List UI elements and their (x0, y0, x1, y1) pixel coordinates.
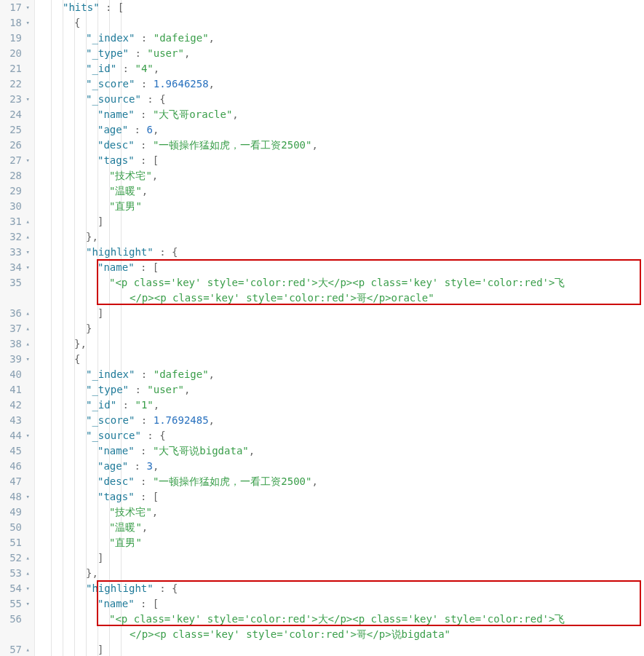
code-line[interactable]: }, (35, 566, 644, 581)
fold-toggle-icon[interactable]: ▾ (24, 153, 30, 168)
token-p: , (209, 414, 215, 426)
line-number: 23 (9, 92, 22, 107)
token-k: "_type" (86, 47, 129, 59)
code-line[interactable]: "技术宅", (35, 168, 644, 183)
code-line[interactable]: "highlight" : { (35, 581, 644, 596)
code-line[interactable]: "highlight" : { (35, 245, 644, 260)
code-line[interactable]: ] (35, 214, 644, 229)
code-line[interactable]: "_source" : { (35, 92, 644, 107)
line-number: 29 (9, 183, 22, 199)
line-number: 47 (9, 474, 22, 489)
token-p: : { (154, 246, 178, 258)
code-line[interactable]: "<p class='key' style='color:red'>大</p><… (35, 612, 644, 627)
token-p: , (142, 185, 148, 197)
fold-toggle-icon[interactable]: ▾ (24, 0, 30, 15)
code-line[interactable]: "desc" : "一顿操作猛如虎，一看工资2500", (35, 138, 644, 153)
code-line[interactable]: }, (35, 229, 644, 245)
fold-toggle-icon[interactable]: ▴ (24, 566, 30, 581)
fold-toggle-icon[interactable]: ▾ (24, 15, 30, 31)
fold-toggle-icon[interactable]: ▾ (24, 92, 30, 107)
code-line[interactable]: "_score" : 1.7692485, (35, 413, 644, 428)
token-s: "4" (135, 63, 153, 74)
code-line[interactable]: "name" : [ (35, 260, 644, 275)
token-p: ] (98, 307, 103, 319)
token-p: }, (74, 338, 87, 349)
code-line[interactable]: "age" : 6, (35, 122, 644, 138)
fold-toggle-icon[interactable]: ▴ (24, 642, 30, 656)
code-line[interactable]: }, (35, 336, 644, 352)
code-line[interactable]: "<p class='key' style='color:red'>大</p><… (35, 275, 644, 291)
token-p: : [ (135, 598, 159, 609)
token-p: { (74, 17, 80, 28)
code-line[interactable]: </p><p class='key' style='color:red'>哥</… (35, 291, 644, 306)
token-p: : { (154, 582, 178, 594)
code-line[interactable]: "name" : "大飞哥oracle", (35, 107, 644, 122)
token-p: : (129, 47, 147, 59)
token-k: "name" (98, 108, 135, 120)
fold-toggle-icon[interactable]: ▴ (24, 321, 30, 336)
fold-toggle-icon[interactable]: ▴ (24, 229, 30, 245)
code-line[interactable]: "age" : 3, (35, 459, 644, 474)
token-s: "<p class='key' style='color:red'>大</p><… (109, 613, 565, 625)
gutter-line (0, 291, 33, 306)
code-line[interactable]: "温暖", (35, 183, 644, 199)
token-k: "name" (98, 445, 135, 457)
code-editor: 17▾18▾1920212223▾24252627▾28293031▴32▴33… (0, 0, 644, 656)
token-k: "_score" (86, 78, 135, 90)
code-line[interactable]: "_source" : { (35, 428, 644, 443)
code-line[interactable]: "_index" : "dafeige", (35, 31, 644, 46)
code-line[interactable]: ] (35, 642, 644, 656)
code-line[interactable]: "desc" : "一顿操作猛如虎，一看工资2500", (35, 474, 644, 489)
code-line[interactable]: "tags" : [ (35, 489, 644, 505)
code-line[interactable]: { (35, 15, 644, 31)
gutter-line (0, 627, 33, 642)
fold-toggle-icon[interactable]: ▴ (24, 550, 30, 566)
fold-toggle-icon[interactable]: ▾ (24, 581, 30, 596)
code-line[interactable]: "直男" (35, 199, 644, 214)
token-p: , (209, 368, 215, 380)
code-line[interactable]: "name" : [ (35, 596, 644, 612)
fold-toggle-icon[interactable]: ▴ (24, 214, 30, 229)
code-area[interactable]: "hits" : [{"_index" : "dafeige","_type" … (35, 0, 644, 656)
line-number: 27 (9, 153, 22, 168)
code-line[interactable]: ] (35, 550, 644, 566)
gutter-line: 55▾ (0, 596, 33, 612)
code-line[interactable]: "_id" : "1", (35, 398, 644, 413)
code-line[interactable]: "hits" : [ (35, 0, 644, 15)
code-line[interactable]: "_id" : "4", (35, 61, 644, 76)
code-line[interactable]: "直男" (35, 535, 644, 550)
fold-toggle-icon[interactable]: ▾ (24, 352, 30, 367)
gutter-line: 28 (0, 168, 33, 183)
fold-toggle-icon[interactable]: ▾ (24, 260, 30, 275)
fold-toggle-icon[interactable]: ▾ (24, 428, 30, 443)
gutter-line: 25 (0, 122, 33, 138)
code-line[interactable]: ] (35, 306, 644, 321)
code-line[interactable]: } (35, 321, 644, 336)
code-line[interactable]: "_type" : "user", (35, 382, 644, 398)
token-p: , (249, 445, 255, 457)
code-line[interactable]: </p><p class='key' style='color:red'>哥</… (35, 627, 644, 642)
line-number: 57 (9, 642, 22, 656)
token-p: , (311, 475, 317, 487)
fold-toggle-icon[interactable]: ▴ (24, 306, 30, 321)
token-p: : (129, 384, 147, 395)
code-line[interactable]: "_type" : "user", (35, 46, 644, 61)
fold-toggle-icon[interactable]: ▴ (24, 336, 30, 352)
code-line[interactable]: "tags" : [ (35, 153, 644, 168)
token-k: "_id" (86, 399, 116, 411)
line-number: 30 (9, 199, 22, 214)
code-line[interactable]: "温暖", (35, 520, 644, 535)
token-p: : [ (100, 1, 124, 13)
fold-toggle-icon[interactable]: ▾ (24, 489, 30, 505)
line-number: 24 (9, 107, 22, 122)
gutter-line: 29 (0, 183, 33, 199)
code-line[interactable]: "技术宅", (35, 505, 644, 520)
code-line[interactable]: "_score" : 1.9646258, (35, 76, 644, 92)
code-line[interactable]: { (35, 352, 644, 367)
fold-toggle-icon[interactable]: ▾ (24, 245, 30, 260)
code-line[interactable]: "_index" : "dafeige", (35, 367, 644, 382)
token-p: , (153, 460, 159, 472)
code-line[interactable]: "name" : "大飞哥说bigdata", (35, 443, 644, 459)
token-k: "age" (98, 124, 128, 135)
fold-toggle-icon[interactable]: ▾ (24, 596, 30, 612)
